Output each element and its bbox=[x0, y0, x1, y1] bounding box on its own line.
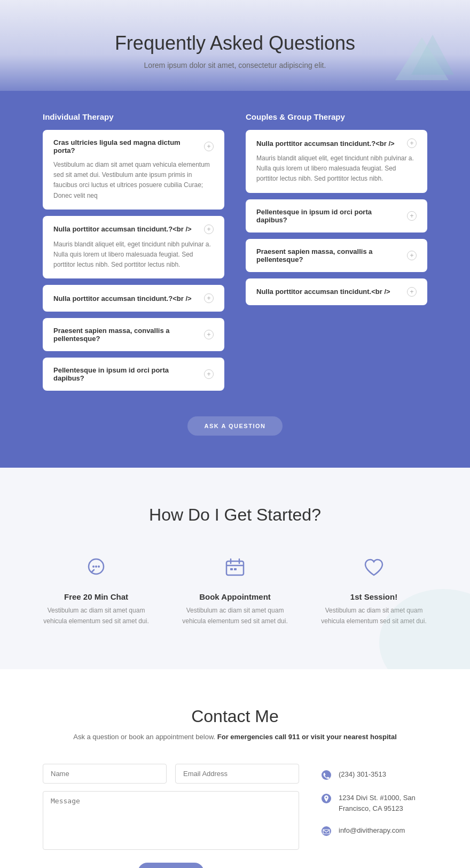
step-description: Vestibulum ac diam sit amet quam vehicul… bbox=[182, 606, 288, 626]
svg-point-2 bbox=[379, 589, 470, 669]
faq-item-question: Pellentesque in ipsum id orci porta dapi… bbox=[256, 208, 407, 224]
faq-item-question: Nulla porttitor accumsan tincidunt.?<br … bbox=[53, 294, 204, 303]
step-free-chat: Free 20 Min Chat Vestibulum ac diam sit … bbox=[43, 552, 150, 626]
faq-item-header: Nulla porttitor accumsan tincidunt.?<br … bbox=[53, 224, 214, 234]
contact-email-text: info@divitherapy.com bbox=[339, 825, 405, 836]
svg-point-15 bbox=[326, 797, 327, 799]
faq-expand-icon[interactable]: + bbox=[407, 251, 417, 260]
faq-item-question: Nulla porttitor accumsan tincidunt.?<br … bbox=[256, 140, 407, 148]
faq-item[interactable]: Praesent sapien massa, convallis a pelle… bbox=[43, 318, 224, 351]
faq-column-individual-title: Individual Therapy bbox=[43, 112, 224, 121]
faq-item-question: Nulla porttitor accumsan tincidunt.?<br … bbox=[53, 225, 204, 233]
get-started-section: How Do I Get Started? Free 20 Min Chat V… bbox=[0, 468, 470, 669]
faq-item-header: Nulla porttitor accumsan tincidunt.<br /… bbox=[256, 287, 417, 297]
contact-title: Contact Me bbox=[43, 707, 427, 726]
faq-item[interactable]: Nulla porttitor accumsan tincidunt.?<br … bbox=[43, 285, 224, 312]
faq-item[interactable]: Nulla porttitor accumsan tincidunt.?<br … bbox=[246, 130, 427, 193]
faq-expand-icon[interactable]: + bbox=[204, 369, 214, 379]
contact-location-text: 1234 Divi St. #1000, San Francisco, CA 9… bbox=[339, 793, 427, 813]
faq-item-question: Nulla porttitor accumsan tincidunt.<br /… bbox=[256, 288, 407, 296]
form-name-email-row bbox=[43, 764, 299, 784]
contact-body: SUBMIT (234) 301-3513 bbox=[43, 764, 427, 868]
faq-expand-icon[interactable]: + bbox=[407, 138, 417, 148]
calendar-icon bbox=[219, 552, 251, 584]
contact-info: (234) 301-3513 1234 Divi St. #1000, San … bbox=[320, 764, 427, 868]
faq-item[interactable]: Cras ultricies ligula sed magna dictum p… bbox=[43, 130, 224, 210]
faq-item-question: Cras ultricies ligula sed magna dictum p… bbox=[53, 138, 204, 154]
contact-subtitle-bold: For emergencies call 911 or visit your n… bbox=[217, 733, 397, 741]
faq-expand-icon[interactable]: + bbox=[407, 211, 417, 221]
faq-item[interactable]: Praesent sapien massa, convallis a pelle… bbox=[246, 239, 427, 272]
contact-phone-item: (234) 301-3513 bbox=[320, 769, 427, 781]
email-icon bbox=[320, 825, 332, 837]
contact-location-item: 1234 Divi St. #1000, San Francisco, CA 9… bbox=[320, 793, 427, 813]
email-input[interactable] bbox=[175, 764, 299, 784]
contact-subtitle: Ask a question or book an appointment be… bbox=[43, 732, 427, 743]
faq-section: Individual Therapy Cras ultricies ligula… bbox=[0, 91, 470, 468]
faq-item-header: Praesent sapien massa, convallis a pelle… bbox=[256, 247, 417, 264]
svg-point-4 bbox=[92, 565, 95, 568]
faq-hero: Frequently Asked Questions Lorem ipsum d… bbox=[0, 0, 470, 91]
ask-button-wrapper: ASK A QUESTION bbox=[43, 416, 427, 436]
faq-expand-icon[interactable]: + bbox=[204, 142, 214, 151]
submit-button[interactable]: SUBMIT bbox=[138, 863, 203, 868]
contact-phone-text: (234) 301-3513 bbox=[339, 769, 386, 780]
name-input[interactable] bbox=[43, 764, 167, 784]
faq-item-answer: Vestibulum ac diam sit amet quam vehicul… bbox=[53, 160, 214, 201]
faq-item[interactable]: Nulla porttitor accumsan tincidunt.?<br … bbox=[43, 216, 224, 279]
contact-section: Contact Me Ask a question or book an app… bbox=[0, 669, 470, 868]
submit-button-wrapper: SUBMIT bbox=[43, 863, 299, 868]
faq-item-header: Nulla porttitor accumsan tincidunt.?<br … bbox=[256, 138, 417, 148]
faq-expand-icon[interactable]: + bbox=[407, 287, 417, 297]
location-icon bbox=[320, 793, 332, 804]
faq-item-answer: Mauris blandit aliquet elit, eget tincid… bbox=[256, 153, 417, 184]
contact-email-item: info@divitherapy.com bbox=[320, 825, 427, 837]
get-started-title: How Do I Get Started? bbox=[43, 505, 427, 525]
faq-column-couples: Couples & Group Therapy Nulla porttitor … bbox=[246, 112, 427, 397]
step-title: Book Appointment bbox=[199, 592, 271, 601]
faq-item-answer: Mauris blandit aliquet elit, eget tincid… bbox=[53, 239, 214, 270]
faq-expand-icon[interactable]: + bbox=[204, 224, 214, 234]
faq-item-header: Cras ultricies ligula sed magna dictum p… bbox=[53, 138, 214, 154]
faq-item-header: Pellentesque in ipsum id orci porta dapi… bbox=[256, 208, 417, 224]
faq-item[interactable]: Pellentesque in ipsum id orci porta dapi… bbox=[43, 358, 224, 391]
faq-item[interactable]: Nulla porttitor accumsan tincidunt.<br /… bbox=[246, 278, 427, 305]
chat-icon bbox=[80, 552, 112, 584]
step-book-appointment: Book Appointment Vestibulum ac diam sit … bbox=[182, 552, 288, 626]
contact-subtitle-plain: Ask a question or book an appointment be… bbox=[73, 733, 215, 741]
faq-item-question: Praesent sapien massa, convallis a pelle… bbox=[53, 327, 204, 343]
faq-column-couples-title: Couples & Group Therapy bbox=[246, 112, 427, 121]
hero-decoration bbox=[390, 32, 454, 86]
phone-icon bbox=[320, 769, 332, 781]
faq-item-header: Praesent sapien massa, convallis a pelle… bbox=[53, 327, 214, 343]
svg-rect-11 bbox=[230, 568, 233, 570]
faq-item-question: Pellentesque in ipsum id orci porta dapi… bbox=[53, 366, 204, 382]
faq-item[interactable]: Pellentesque in ipsum id orci porta dapi… bbox=[246, 199, 427, 232]
faq-item-header: Pellentesque in ipsum id orci porta dapi… bbox=[53, 366, 214, 382]
svg-point-6 bbox=[98, 565, 100, 568]
svg-rect-12 bbox=[234, 568, 237, 570]
faq-expand-icon[interactable]: + bbox=[204, 330, 214, 339]
faq-column-individual: Individual Therapy Cras ultricies ligula… bbox=[43, 112, 224, 397]
faq-item-question: Praesent sapien massa, convallis a pelle… bbox=[256, 247, 407, 264]
get-started-decoration bbox=[363, 562, 470, 669]
svg-point-13 bbox=[322, 770, 331, 780]
step-title: Free 20 Min Chat bbox=[64, 592, 128, 601]
ask-question-button[interactable]: ASK A QUESTION bbox=[187, 416, 283, 436]
faq-expand-icon[interactable]: + bbox=[204, 293, 214, 303]
contact-form: SUBMIT bbox=[43, 764, 299, 868]
faq-item-header: Nulla porttitor accumsan tincidunt.?<br … bbox=[53, 293, 214, 303]
svg-point-5 bbox=[95, 565, 97, 568]
step-description: Vestibulum ac diam sit amet quam vehicul… bbox=[43, 606, 150, 626]
message-input[interactable] bbox=[43, 791, 299, 850]
faq-columns: Individual Therapy Cras ultricies ligula… bbox=[43, 112, 427, 397]
